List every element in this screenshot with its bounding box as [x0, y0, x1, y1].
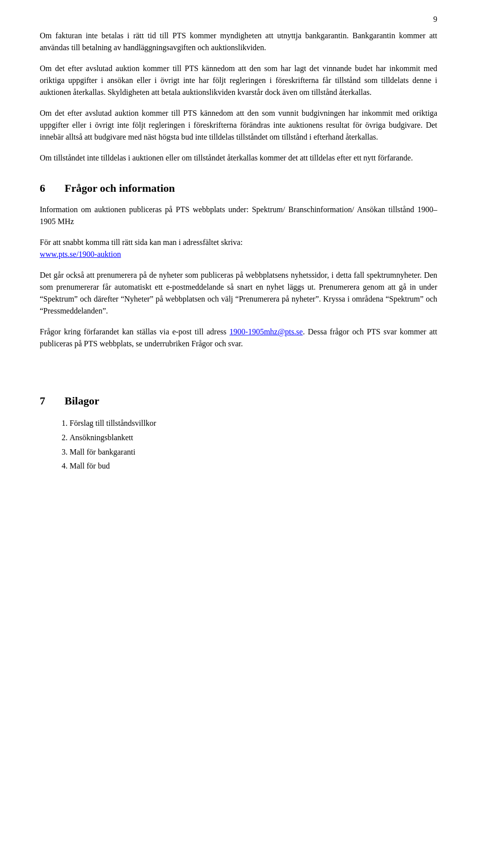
section-6-p3: Det går också att prenumerera på de nyhe… — [40, 269, 437, 317]
paragraph-1-text: Om fakturan inte betalas i rätt tid till… — [40, 31, 349, 40]
section-7-heading: 7 Bilagor — [40, 395, 437, 407]
section-6-p4-prefix: Frågor kring förfarandet kan ställas via… — [40, 327, 230, 336]
section-6-p2: För att snabbt komma till rätt sida kan … — [40, 237, 437, 260]
list-item-4: Mall för bud — [70, 459, 437, 473]
paragraph-6: Om tillståndet inte tilldelas i auktione… — [40, 152, 437, 164]
paragraph-5-text: Om det efter avslutad auktion kommer til… — [40, 109, 437, 141]
section-6-heading: 6 Frågor och information — [40, 182, 437, 195]
section-6-p2-text: För att snabbt komma till rätt sida kan … — [40, 238, 242, 246]
section-6-p3-text: Det går också att prenumerera på de nyhe… — [40, 271, 437, 315]
section-6-link2[interactable]: 1900-1905mhz@pts.se — [230, 327, 303, 336]
paragraph-6-text: Om tillståndet inte tilldelas i auktione… — [40, 154, 413, 162]
section-6-p4: Frågor kring förfarandet kan ställas via… — [40, 326, 437, 350]
spacer — [40, 359, 437, 377]
paragraph-3: Om det efter avslutad auktion kommer til… — [40, 63, 437, 98]
section-6-p1: Information om auktionen publiceras på P… — [40, 204, 437, 228]
section-7-title: Bilagor — [65, 395, 99, 407]
paragraph-5: Om det efter avslutad auktion kommer til… — [40, 107, 437, 143]
list-item-2: Ansökningsblankett — [70, 431, 437, 445]
section-7-list: Förslag till tillståndsvillkor Ansökning… — [70, 416, 437, 473]
section-6-title: Frågor och information — [65, 182, 175, 195]
section-6-p1-text: Information om auktionen publiceras på P… — [40, 205, 437, 226]
page-number: 9 — [433, 15, 437, 24]
paragraph-1: Om fakturan inte betalas i rätt tid till… — [40, 30, 437, 54]
section-6-number: 6 — [40, 182, 50, 195]
paragraph-4-text: Skyldigheten att betala auktionslikviden… — [107, 88, 371, 96]
list-item-3: Mall för bankgaranti — [70, 445, 437, 460]
page: 9 Om fakturan inte betalas i rätt tid ti… — [0, 0, 477, 868]
section-6-link1[interactable]: www.pts.se/1900-auktion — [40, 250, 121, 258]
list-item-1: Förslag till tillståndsvillkor — [70, 416, 437, 431]
section-7-number: 7 — [40, 395, 50, 407]
